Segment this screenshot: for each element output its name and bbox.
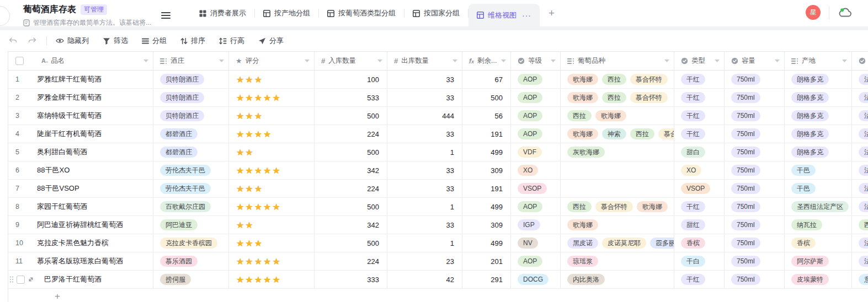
toolbar-item-1[interactable]: 筛选 bbox=[103, 36, 128, 46]
star-rating[interactable]: ★★★ bbox=[236, 184, 263, 194]
tag-pill[interactable]: 西班牙 bbox=[859, 219, 868, 230]
star-rating[interactable]: ★★★ bbox=[236, 74, 263, 85]
country-cell[interactable]: 意大利 bbox=[852, 271, 868, 288]
inbound-cell[interactable]: 500 bbox=[315, 143, 387, 161]
winery-cell[interactable]: 贝特朗酒庄 bbox=[153, 71, 229, 88]
grapes-cell[interactable]: 西拉歌海娜 bbox=[561, 107, 674, 125]
country-cell[interactable]: 法国 bbox=[852, 180, 868, 197]
tag-pill[interactable]: 西拉 bbox=[602, 92, 626, 103]
workspace-logo[interactable] bbox=[0, 6, 10, 26]
rating-cell[interactable]: ★★★★★ bbox=[229, 271, 315, 288]
tag-pill[interactable]: AOP bbox=[518, 256, 542, 267]
outbound-cell[interactable]: 33 bbox=[387, 125, 462, 143]
tag-pill[interactable]: AOP bbox=[518, 92, 542, 103]
view-tab-2[interactable]: 按葡萄酒类型分组 bbox=[319, 0, 404, 26]
tag-pill[interactable]: 克拉皮卡香槟园 bbox=[160, 238, 217, 249]
remaining-cell[interactable]: 499 bbox=[462, 143, 511, 161]
country-cell[interactable]: 法国 bbox=[852, 89, 868, 106]
tag-pill[interactable]: 歌海娜 bbox=[567, 74, 598, 85]
origin-cell[interactable]: 朗格多克 bbox=[785, 107, 852, 125]
tag-pill[interactable]: 歌海娜 bbox=[567, 128, 598, 139]
star-rating[interactable]: ★★ bbox=[236, 147, 254, 158]
winery-cell[interactable]: 劳伦杰夫干邑 bbox=[153, 161, 229, 179]
tag-pill[interactable]: 法国 bbox=[859, 110, 868, 121]
tag-pill[interactable]: 黑皮诺 bbox=[567, 238, 598, 249]
column-header-2[interactable]: ★评分 bbox=[229, 52, 315, 70]
origin-cell[interactable]: 干邑 bbox=[785, 161, 852, 179]
caret-down-icon[interactable] bbox=[377, 60, 382, 62]
tag-pill[interactable]: 神索 bbox=[602, 128, 626, 139]
type-cell[interactable]: 干红 bbox=[674, 71, 725, 88]
country-cell[interactable]: 法国 bbox=[852, 71, 868, 88]
tag-pill[interactable]: 皮诺莫尼耶 bbox=[602, 238, 646, 249]
tag-pill[interactable]: 贝特朗酒庄 bbox=[160, 92, 204, 103]
tag-pill[interactable]: 法国 bbox=[859, 128, 868, 139]
volume-cell[interactable]: 750ml bbox=[725, 180, 785, 197]
grapes-cell[interactable]: 琼瑶浆 bbox=[561, 252, 674, 270]
tag-pill[interactable]: 750ml bbox=[731, 238, 760, 249]
toolbar-item-0[interactable]: 隐藏列 bbox=[56, 36, 89, 46]
rating-cell[interactable]: ★★★★★ bbox=[229, 198, 315, 215]
rating-cell[interactable]: ★★★★★ bbox=[229, 161, 315, 179]
tag-pill[interactable]: 法国 bbox=[859, 165, 868, 176]
remaining-cell[interactable]: 309 bbox=[462, 161, 511, 179]
tag-pill[interactable]: 慕合怀特 bbox=[658, 128, 674, 139]
origin-cell[interactable]: 香槟 bbox=[785, 234, 852, 252]
caret-down-icon[interactable] bbox=[551, 60, 556, 62]
tag-pill[interactable]: AOP bbox=[518, 128, 542, 139]
row-name-cell[interactable]: 3塞纳特级干红葡萄酒 bbox=[8, 107, 153, 125]
country-cell[interactable]: 法国 bbox=[852, 252, 868, 270]
tag-pill[interactable]: 琼瑶浆 bbox=[567, 256, 598, 267]
type-cell[interactable]: 干红 bbox=[674, 198, 725, 215]
grade-cell[interactable]: VSOP bbox=[511, 180, 561, 197]
winery-cell[interactable]: 都碧酒庄 bbox=[153, 143, 229, 161]
tag-pill[interactable]: 干红 bbox=[681, 201, 705, 212]
winery-cell[interactable]: 都碧酒庄 bbox=[153, 125, 229, 143]
star-rating[interactable]: ★★★★ bbox=[236, 129, 272, 139]
tag-pill[interactable]: 干邑 bbox=[791, 165, 816, 176]
row-name-cell[interactable]: 788干邑VSOP bbox=[8, 180, 153, 197]
tag-pill[interactable]: 法国 bbox=[859, 74, 868, 85]
winery-cell[interactable]: 慕乐酒园 bbox=[153, 252, 229, 270]
outbound-cell[interactable]: 33 bbox=[387, 161, 462, 179]
origin-cell[interactable]: 朗格多克 bbox=[785, 125, 852, 143]
outbound-cell[interactable]: 23 bbox=[387, 252, 462, 270]
view-tab-0[interactable]: 消费者展示 bbox=[191, 0, 254, 26]
view-tab-3[interactable]: 按国家分组 bbox=[404, 0, 468, 26]
tag-pill[interactable]: 甜白 bbox=[681, 147, 705, 158]
tag-pill[interactable]: 皮埃蒙特 bbox=[791, 274, 829, 285]
caret-down-icon[interactable] bbox=[452, 60, 457, 62]
rating-cell[interactable]: ★★ bbox=[229, 216, 315, 234]
winery-cell[interactable]: 贝特朗酒庄 bbox=[153, 107, 229, 125]
avatar[interactable]: 星 bbox=[806, 5, 821, 20]
winery-cell[interactable]: 阿巴迪亚 bbox=[153, 216, 229, 234]
type-cell[interactable]: VSOP bbox=[674, 180, 725, 197]
caret-down-icon[interactable] bbox=[219, 60, 224, 62]
tag-pill[interactable]: 750ml bbox=[731, 74, 760, 85]
grade-cell[interactable]: DOCG bbox=[511, 271, 561, 288]
origin-cell[interactable]: 朗格多克 bbox=[785, 89, 852, 106]
tag-pill[interactable]: 干白 bbox=[681, 256, 705, 267]
tag-pill[interactable]: 甜红 bbox=[681, 219, 705, 230]
view-tab-4[interactable]: 维格视图··· bbox=[468, 4, 540, 26]
tag-pill[interactable]: 朗格多克 bbox=[791, 74, 829, 85]
type-cell[interactable]: 干红 bbox=[674, 107, 725, 125]
tag-pill[interactable]: 歌海娜 bbox=[637, 201, 668, 212]
volume-cell[interactable]: 750ml bbox=[725, 125, 785, 143]
column-header-3[interactable]: #入库数量 bbox=[315, 52, 387, 70]
tag-pill[interactable]: 法国 bbox=[859, 92, 868, 103]
type-cell[interactable]: XO bbox=[674, 161, 725, 179]
tag-pill[interactable]: 都碧酒庄 bbox=[160, 128, 198, 139]
remaining-cell[interactable]: 191 bbox=[462, 180, 511, 197]
inbound-cell[interactable]: 500 bbox=[315, 107, 387, 125]
tag-pill[interactable]: 750ml bbox=[731, 92, 760, 103]
rating-cell[interactable]: ★★★ bbox=[229, 107, 315, 125]
tag-pill[interactable]: XO bbox=[681, 165, 701, 176]
tag-pill[interactable]: 灰歌海娜 bbox=[567, 147, 605, 158]
tag-pill[interactable]: NV bbox=[518, 238, 538, 249]
inbound-cell[interactable]: 533 bbox=[315, 89, 387, 106]
grapes-cell[interactable]: 歌海娜 bbox=[561, 216, 674, 234]
row-name-cell[interactable]: 5奥利甜白葡萄酒 bbox=[8, 143, 153, 161]
row-checkbox[interactable] bbox=[17, 276, 25, 284]
tag-pill[interactable]: AOP bbox=[518, 74, 542, 85]
